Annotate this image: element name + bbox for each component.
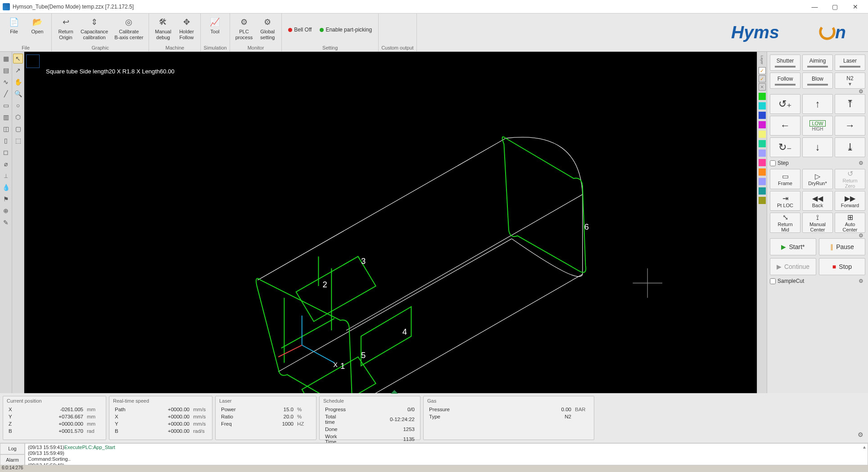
gear-icon[interactable]: ⚙ (859, 88, 863, 95)
jog-speed-toggle[interactable]: LOW HIGH (802, 116, 833, 136)
log-tab-log[interactable]: Log (0, 443, 25, 454)
toggle-laser[interactable]: Laser (835, 54, 865, 71)
stop-button[interactable]: ■Stop (819, 258, 865, 275)
gear-icon[interactable]: ⚙ (859, 278, 863, 284)
action-dryrun-[interactable]: ▷DryRun* (802, 169, 833, 189)
jog-down[interactable]: ↓ (802, 137, 833, 157)
layer-swatch[interactable] (759, 93, 766, 100)
jog-right[interactable]: → (835, 116, 865, 136)
status-panel-schedule: ScheduleProgress0/0Total time0-12:24:22D… (319, 396, 420, 440)
toggle-n2[interactable]: N2▼ (835, 73, 865, 89)
rect-icon[interactable]: ▭ (1, 100, 11, 110)
close-button[interactable]: ✕ (845, 0, 865, 14)
toggle-blow[interactable]: Blow (802, 73, 833, 89)
ribbon-file[interactable]: 📄File (3, 15, 25, 44)
doc-icon[interactable]: ▯ (1, 136, 11, 145)
layer-swatch[interactable] (759, 131, 766, 138)
action-return-mid[interactable]: ⤡ReturnMid (770, 213, 800, 233)
layer-swatch[interactable] (759, 159, 766, 166)
action-frame[interactable]: ▭Frame (770, 169, 800, 189)
jog-rotate-cw[interactable]: ↻₋ (770, 137, 800, 157)
action-forward[interactable]: ▶▶Forward (835, 191, 865, 211)
toggle-aiming[interactable]: Aiming (802, 54, 833, 71)
layer-mark[interactable]: ✕ (759, 83, 766, 91)
wand-icon[interactable]: ✎ (1, 218, 11, 227)
hex-icon[interactable]: ⬡ (13, 112, 23, 122)
curve-icon[interactable]: ∿ (1, 77, 11, 87)
canvas[interactable]: Square tube Side length20 X R1.8 X Lengt… (24, 52, 757, 393)
ribbon-tool[interactable]: 📈Tool (203, 15, 226, 44)
layer-swatch[interactable] (759, 150, 766, 157)
action-pt-loc[interactable]: ⇥Pt LOC (770, 191, 800, 211)
layer-swatch[interactable] (759, 197, 766, 204)
log-tab-alarm[interactable]: Alarm (0, 454, 25, 466)
drop-icon[interactable]: 💧 (1, 182, 11, 192)
toggle-bell-off[interactable]: Bell Off (285, 15, 315, 44)
svg-line-9 (278, 345, 302, 357)
gear-icon[interactable]: ⚙ (859, 160, 863, 166)
ribbon-icon: ↩ (60, 17, 71, 28)
step-checkbox[interactable] (770, 160, 776, 166)
line-icon[interactable]: ╱ (1, 89, 11, 99)
node-tool-icon[interactable]: ↗ (13, 65, 23, 75)
layer-swatch[interactable] (759, 168, 766, 176)
dash-rect-icon[interactable]: ⬚ (13, 136, 23, 145)
layer-swatch[interactable] (759, 178, 766, 185)
layer-swatch[interactable] (759, 112, 766, 119)
toggle-follow[interactable]: Follow (770, 73, 800, 89)
ribbon-calibrate-b-axis-center[interactable]: ◎CalibrateB-axis center (112, 15, 146, 44)
cols-icon[interactable]: ▥ (1, 112, 11, 122)
flag-icon[interactable]: ⚑ (1, 194, 11, 204)
rrect-icon[interactable]: ▢ (13, 124, 23, 134)
layer-swatch[interactable] (759, 102, 766, 109)
zoom-tool-icon[interactable]: 🔍 (13, 89, 23, 99)
ribbon-global-setting[interactable]: ⚙Globalsetting (256, 15, 279, 44)
jog-left[interactable]: ← (770, 116, 800, 136)
layer-swatch[interactable] (759, 121, 766, 128)
layer-mark[interactable]: ✓ (759, 67, 766, 74)
canvas-handle-icon[interactable] (391, 390, 398, 394)
circle-icon[interactable]: ○ (13, 100, 23, 110)
continue-button[interactable]: ▶Continue (770, 258, 816, 275)
jog-z-up[interactable]: ⤒ (835, 94, 865, 114)
ribbon-return-origin[interactable]: ↩ReturnOrigin (54, 15, 77, 44)
action-auto-center[interactable]: ⊞AutoCenter (835, 213, 865, 233)
minimize-button[interactable]: — (805, 0, 825, 14)
ribbon-manual-debug[interactable]: 🛠Manualdebug (152, 15, 174, 44)
layer-mark[interactable]: ✓ (759, 75, 766, 82)
ribbon-open[interactable]: 📂Open (26, 15, 49, 44)
gear-icon[interactable]: ⚙ (856, 429, 865, 440)
ribbon-icon: ⇕ (89, 17, 100, 28)
ribbon-plc-process[interactable]: ⚙PLCprocess (233, 15, 256, 44)
grid-icon[interactable]: ▦ (1, 54, 11, 64)
ribbon-holder-follow[interactable]: ✥HolderFollow (175, 15, 198, 44)
split-icon[interactable]: ◫ (1, 124, 11, 134)
layer-swatch[interactable] (759, 187, 766, 195)
pan-tool-icon[interactable]: ✋ (13, 77, 23, 87)
layers-icon[interactable]: ▤ (1, 65, 11, 75)
svg-point-1 (818, 23, 836, 41)
measure-icon[interactable]: ⟂ (1, 171, 11, 181)
select-tool-icon[interactable]: ↖ (13, 54, 23, 64)
ribbon-capacitance-calibration[interactable]: ⇕Capacitancecalibration (78, 15, 111, 44)
toggle-enable-part-picking[interactable]: Enable part-picking (316, 15, 375, 44)
gear-icon[interactable]: ⚙ (859, 232, 863, 239)
action-manual-center[interactable]: ⟟ManualCenter (802, 213, 833, 233)
samplecut-checkbox[interactable] (770, 278, 776, 284)
slot-icon[interactable]: ◻ (1, 147, 11, 157)
canvas-thumbnail[interactable] (26, 54, 40, 68)
toggle-shutter[interactable]: Shutter (770, 54, 800, 71)
jog-up[interactable]: ↑ (802, 94, 833, 114)
maximize-button[interactable]: ▢ (825, 0, 845, 14)
thread-icon[interactable]: ⌀ (1, 159, 11, 169)
action-back[interactable]: ◀◀Back (802, 191, 833, 211)
svg-text:X: X (333, 361, 338, 368)
jog-rotate-ccw[interactable]: ↺₊ (770, 94, 800, 114)
jog-z-down[interactable]: ⤓ (835, 137, 865, 157)
target-icon[interactable]: ⊕ (1, 206, 11, 216)
layer-swatch[interactable] (759, 140, 766, 147)
start-button[interactable]: ▶Start* (770, 238, 816, 255)
svg-text:Hyms: Hyms (731, 23, 779, 42)
status-panel-gas: GasPressure0.00BARTypeN2 (423, 396, 594, 440)
pause-button[interactable]: ∥Pause (819, 238, 865, 255)
